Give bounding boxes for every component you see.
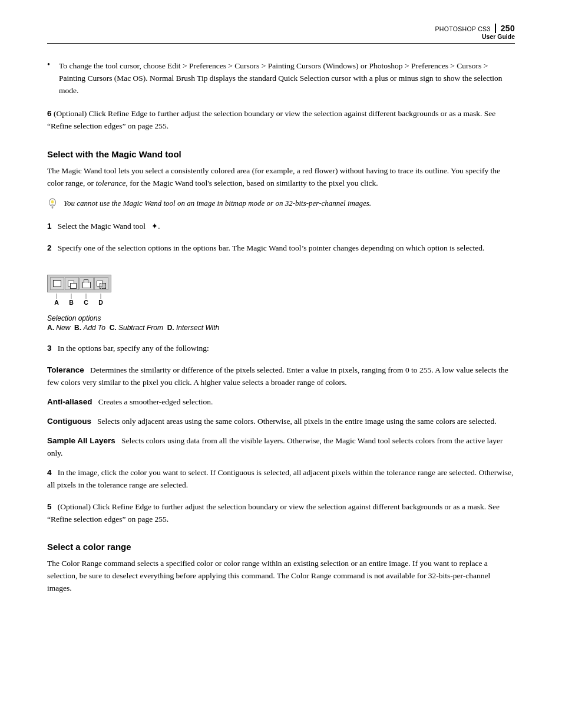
step-2-block: 2 Specify one of the selection options i… <box>47 242 515 255</box>
caption-title: Selection options <box>47 314 515 322</box>
step-2-text: Specify one of the selection options in … <box>58 243 485 252</box>
step-5-block: 5 (Optional) Click Refine Edge to furthe… <box>47 501 515 526</box>
magic-wand-icon: ✦. <box>151 222 160 230</box>
sample-all-param: Sample All Layers Selects colors using d… <box>47 435 515 460</box>
label-b: B <box>64 299 78 306</box>
section2-heading: Select a color range <box>47 542 515 552</box>
step-4-num: 4 <box>47 468 52 477</box>
tick-d: | <box>94 292 108 299</box>
contiguous-param: Contiguous Selects only adjacent areas u… <box>47 416 515 428</box>
step-6-num: 6 <box>47 109 52 118</box>
page: PHOTOSHOP CS3 250User Guide To change th… <box>0 0 562 728</box>
tick-c: | <box>79 292 93 299</box>
selection-options-image: | | | | A B C D <box>47 275 111 306</box>
step-3-text: In the options bar, specify any of the f… <box>58 344 209 353</box>
bullet-item: To change the tool cursor, choose Edit >… <box>47 60 515 97</box>
new-selection-btn[interactable] <box>50 277 64 290</box>
tick-marks: | | | | <box>47 292 111 299</box>
selection-buttons-container <box>47 275 111 292</box>
contiguous-name: Contiguous <box>47 417 91 426</box>
caption-labels: A. New B. Add To C. Subtract From D. Int… <box>47 324 515 332</box>
sample-all-name: Sample All Layers <box>47 436 115 445</box>
step-6-text: (Optional) Click Refine Edge to further … <box>47 109 495 130</box>
step-5-text: (Optional) Click Refine Edge to further … <box>47 502 500 523</box>
step-1-num: 1 <box>47 222 52 230</box>
label-d: D <box>94 299 108 306</box>
tick-b: | <box>64 292 78 299</box>
step-6-block: 6 (Optional) Click Refine Edge to furthe… <box>47 108 515 133</box>
subtract-from-selection-btn[interactable] <box>80 277 94 290</box>
tip-text: You cannot use the Magic Wand tool on an… <box>64 197 371 209</box>
label-c: C <box>79 299 93 306</box>
anti-aliased-name: Anti-aliased <box>47 397 92 406</box>
step-1-block: 1 Select the Magic Wand tool ✦. <box>47 220 515 233</box>
tip-icon <box>47 198 58 211</box>
intersect-with-selection-btn[interactable] <box>94 277 108 290</box>
sample-all-text: Selects colors using data from all the v… <box>47 436 503 457</box>
step-4-block: 4 In the image, click the color you want… <box>47 467 515 492</box>
step-2-num: 2 <box>47 243 52 252</box>
section1-heading: Select with the Magic Wand tool <box>47 149 515 159</box>
contiguous-text: Selects only adjacent areas using the sa… <box>97 417 496 426</box>
step-3-block: 3 In the options bar, specify any of the… <box>47 342 515 355</box>
anti-aliased-param: Anti-aliased Creates a smoother-edged se… <box>47 396 515 409</box>
tolerance-text: Determines the similarity or difference … <box>47 365 508 387</box>
label-a: A <box>49 299 64 306</box>
section1-intro: The Magic Wand tool lets you select a co… <box>47 165 515 190</box>
tick-a: | <box>49 292 64 299</box>
section2-text: The Color Range command selects a specif… <box>47 558 515 595</box>
header-bar: PHOTOSHOP CS3 250User Guide <box>47 24 515 44</box>
button-labels: A B C D <box>47 299 111 306</box>
svg-point-2 <box>51 200 54 204</box>
add-to-selection-btn[interactable] <box>65 277 79 290</box>
tip-box: You cannot use the Magic Wand tool on an… <box>47 197 515 211</box>
anti-aliased-text: Creates a smoother-edged selection. <box>98 397 213 406</box>
bullet-text: To change the tool cursor, choose Edit >… <box>59 61 503 95</box>
step-5-num: 5 <box>47 502 52 511</box>
tolerance-param: Tolerance Determines the similarity or d… <box>47 364 515 389</box>
step-4-text: In the image, click the color you want t… <box>47 468 513 489</box>
tolerance-name: Tolerance <box>47 365 84 374</box>
step-3-num: 3 <box>47 344 52 353</box>
step-1-text: Select the Magic Wand tool <box>58 222 146 230</box>
